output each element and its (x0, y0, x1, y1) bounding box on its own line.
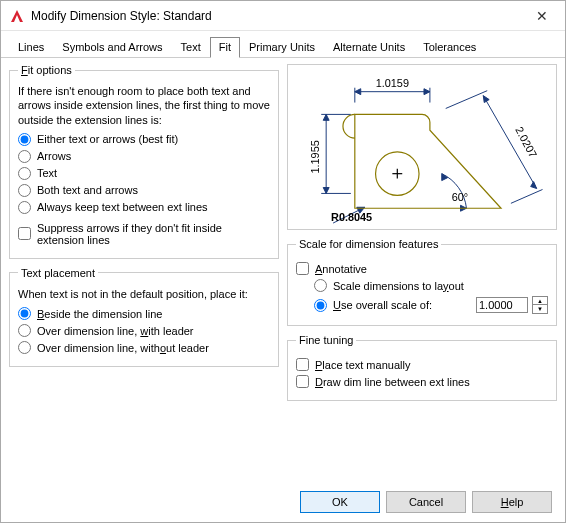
radio-both[interactable] (18, 184, 31, 197)
radio-over-noleader-label: Over dimension line, without leader (37, 342, 209, 354)
check-annotative[interactable] (296, 262, 309, 275)
close-button[interactable]: ✕ (527, 8, 557, 24)
check-annotative-label: Annotative (315, 263, 367, 275)
radio-either-label: Either text or arrows (best fit) (37, 133, 178, 145)
radio-over-noleader[interactable] (18, 341, 31, 354)
scale-group: Scale for dimension features Annotative … (287, 238, 557, 326)
radio-text[interactable] (18, 167, 31, 180)
tab-strip: Lines Symbols and Arrows Text Fit Primar… (1, 31, 565, 58)
check-draw-dim-label: Draw dim line between ext lines (315, 376, 470, 388)
tab-alternate[interactable]: Alternate Units (324, 37, 414, 57)
check-place-manual[interactable] (296, 358, 309, 371)
radio-arrows-label: Arrows (37, 150, 71, 162)
radio-over-leader-label: Over dimension line, with leader (37, 325, 194, 337)
fit-options-legend: Fit options (18, 64, 75, 76)
svg-line-8 (446, 91, 487, 109)
text-placement-group: Text placement When text is not in the d… (9, 267, 279, 367)
check-suppress[interactable] (18, 227, 31, 240)
radio-over-leader[interactable] (18, 324, 31, 337)
radio-overall-scale[interactable] (314, 299, 327, 312)
fit-description: If there isn't enough room to place both… (18, 84, 270, 127)
radio-beside-label: Beside the dimension line (37, 308, 162, 320)
check-place-manual-label: Place text manually (315, 359, 410, 371)
svg-line-9 (511, 189, 543, 203)
radio-both-label: Both text and arrows (37, 184, 138, 196)
scale-legend: Scale for dimension features (296, 238, 441, 250)
svg-text:1.1955: 1.1955 (309, 140, 321, 173)
window-title: Modify Dimension Style: Standard (31, 9, 527, 23)
tab-primary[interactable]: Primary Units (240, 37, 324, 57)
app-logo-icon (9, 8, 25, 24)
fine-tuning-group: Fine tuning Place text manually Draw dim… (287, 334, 557, 401)
ok-button[interactable]: OK (300, 491, 380, 513)
radio-scale-layout-label: Scale dimensions to layout (333, 280, 464, 292)
radio-always-label: Always keep text between ext lines (37, 201, 208, 213)
help-button[interactable]: Help (472, 491, 552, 513)
svg-text:60°: 60° (452, 191, 468, 203)
fit-options-group: Fit options If there isn't enough room t… (9, 64, 279, 259)
placement-description: When text is not in the default position… (18, 287, 270, 301)
radio-overall-scale-label: Use overall scale of: (333, 299, 470, 311)
tab-text[interactable]: Text (172, 37, 210, 57)
scale-spinner[interactable]: ▲▼ (532, 296, 548, 314)
preview-pane: 1.0159 1.1955 2.0207 R0.8045 60° (287, 64, 557, 230)
radio-either[interactable] (18, 133, 31, 146)
overall-scale-input[interactable] (476, 297, 528, 313)
svg-text:R0.8045: R0.8045 (331, 211, 372, 223)
tab-lines[interactable]: Lines (9, 37, 53, 57)
check-suppress-label: Suppress arrows if they don't fit inside… (37, 222, 237, 246)
fine-tuning-legend: Fine tuning (296, 334, 356, 346)
radio-always[interactable] (18, 201, 31, 214)
tab-tolerances[interactable]: Tolerances (414, 37, 485, 57)
text-placement-legend: Text placement (18, 267, 98, 279)
tab-symbols[interactable]: Symbols and Arrows (53, 37, 171, 57)
check-draw-dim[interactable] (296, 375, 309, 388)
tab-fit[interactable]: Fit (210, 37, 240, 58)
radio-beside[interactable] (18, 307, 31, 320)
radio-scale-layout[interactable] (314, 279, 327, 292)
cancel-button[interactable]: Cancel (386, 491, 466, 513)
radio-text-label: Text (37, 167, 57, 179)
radio-arrows[interactable] (18, 150, 31, 163)
svg-text:1.0159: 1.0159 (376, 77, 409, 89)
